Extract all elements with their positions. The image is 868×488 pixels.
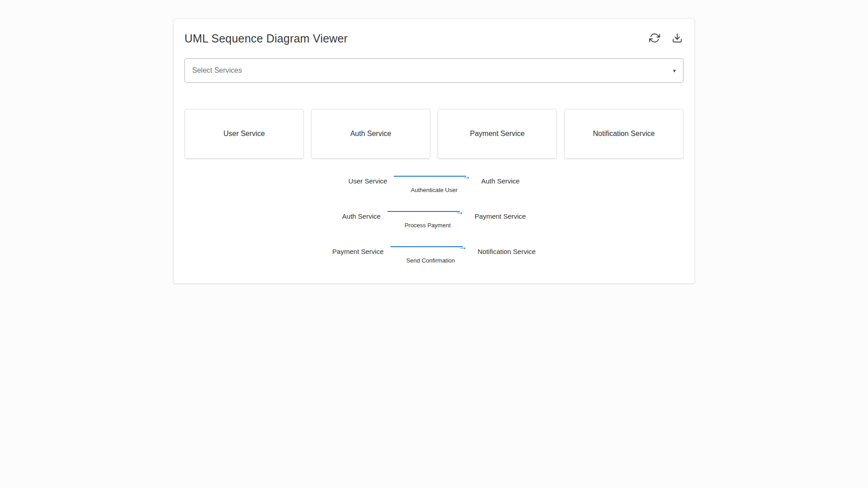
select-services-placeholder: Select Services: [192, 66, 242, 75]
service-box-payment: Payment Service: [438, 109, 557, 159]
sequence-row: User Service → Authenticate User Auth Se…: [184, 170, 684, 191]
service-box-notification: Notification Service: [564, 109, 684, 159]
sequence-from-label: User Service: [349, 177, 387, 185]
sequence-from-label: Payment Service: [332, 248, 383, 255]
download-button[interactable]: [671, 32, 684, 45]
sequence-from-label: Auth Service: [342, 212, 381, 220]
sequence-to-label: Notification Service: [478, 248, 536, 255]
arrow-line: [394, 176, 466, 177]
sequence-message: Send Confirmation: [406, 257, 455, 264]
sequence-arrow: → Send Confirmation: [391, 241, 471, 262]
app-card: UML Sequence Diagram Viewer: [173, 18, 695, 284]
arrow-head-icon: →: [458, 242, 467, 251]
service-box-user: User Service: [184, 109, 304, 159]
sequence-row: Auth Service → Process Payment Payment S…: [184, 206, 684, 226]
sequence-row: Payment Service → Send Confirmation Noti…: [184, 241, 684, 262]
header: UML Sequence Diagram Viewer: [184, 29, 684, 47]
download-icon: [672, 33, 683, 45]
arrow-line: [391, 246, 463, 247]
sequence-arrow: → Process Payment: [387, 206, 468, 226]
arrow-head-icon: →: [455, 207, 464, 216]
arrow-line: [387, 211, 460, 212]
sequence-arrow: → Authenticate User: [394, 170, 474, 191]
refresh-icon: [649, 33, 660, 45]
chevron-down-icon: ▾: [673, 68, 676, 74]
sequence-message: Authenticate User: [411, 187, 458, 193]
refresh-button[interactable]: [648, 32, 661, 45]
page-title: UML Sequence Diagram Viewer: [184, 32, 348, 45]
sequence-message: Process Payment: [405, 222, 451, 229]
sequence-to-label: Auth Service: [481, 177, 519, 185]
arrow-head-icon: →: [462, 172, 471, 181]
sequence-to-label: Payment Service: [475, 212, 526, 220]
sequence-list: User Service → Authenticate User Auth Se…: [184, 170, 684, 262]
service-box-auth: Auth Service: [311, 109, 430, 159]
select-services-dropdown[interactable]: Select Services ▾: [184, 58, 684, 83]
services-row: User Service Auth Service Payment Servic…: [184, 109, 684, 159]
header-actions: [648, 32, 684, 45]
